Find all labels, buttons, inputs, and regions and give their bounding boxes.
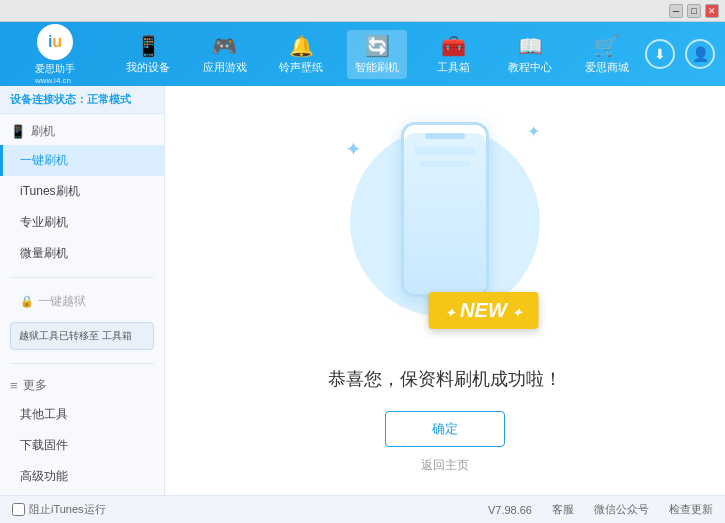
nav-store[interactable]: 🛒 爱思商城 [577,30,637,79]
footer-left: 阻止iTunes运行 [12,502,106,517]
nav-ringtones[interactable]: 🔔 铃声壁纸 [271,30,331,79]
sidebar-item-itunes-flash[interactable]: iTunes刷机 [0,176,164,207]
phone-notch [425,133,465,139]
user-button[interactable]: 👤 [685,39,715,69]
new-badge-star-right: ✦ [512,306,522,320]
ringtones-icon: 🔔 [289,34,314,58]
my-device-icon: 📱 [136,34,161,58]
smart-flash-icon: 🔄 [365,34,390,58]
sidebar-item-one-key-flash[interactable]: 一键刷机 [0,145,164,176]
download-button[interactable]: ⬇ [645,39,675,69]
nav-store-label: 爱思商城 [585,60,629,75]
more-section-label: 更多 [23,377,47,394]
sparkle-right: ✦ [527,122,540,141]
header: iu 爱思助手 www.i4.cn 📱 我的设备 🎮 应用游戏 🔔 铃声壁纸 🔄… [0,22,725,86]
sidebar: 设备连接状态：正常模式 📱 刷机 一键刷机 iTunes刷机 专业刷机 微量刷机 [0,86,165,495]
customer-service-link[interactable]: 客服 [552,502,574,517]
jailbreak-info-box: 越狱工具已转移至 工具箱 [10,322,154,350]
header-right: ⬇ 👤 [645,39,715,69]
logo-icon: iu [37,24,73,60]
title-bar-controls: ─ □ ✕ [669,4,719,18]
nav-ringtones-label: 铃声壁纸 [279,60,323,75]
nav-apps-games[interactable]: 🎮 应用游戏 [195,30,255,79]
jailbreak-section-header: 🔒 一键越狱 [0,286,164,317]
footer-right: V7.98.66 客服 微信公众号 检查更新 [488,502,713,517]
phone-line2 [420,161,470,167]
flash-section-label: 刷机 [31,123,55,140]
sidebar-item-other-tools[interactable]: 其他工具 [0,399,164,430]
main-area: 设备连接状态：正常模式 📱 刷机 一键刷机 iTunes刷机 专业刷机 微量刷机 [0,86,725,495]
jailbreak-label: 一键越狱 [38,293,86,310]
nav-my-device[interactable]: 📱 我的设备 [118,30,178,79]
more-section: ≡ 更多 其他工具 下载固件 高级功能 [0,368,164,495]
footer: 阻止iTunes运行 V7.98.66 客服 微信公众号 检查更新 [0,495,725,523]
nav-smart-flash[interactable]: 🔄 智能刷机 [347,30,407,79]
more-section-header: ≡ 更多 [0,372,164,399]
store-icon: 🛒 [594,34,619,58]
stop-itunes-checkbox[interactable] [12,503,25,516]
sidebar-divider-2 [10,363,154,364]
lock-icon: 🔒 [20,295,34,308]
new-badge-star-left: ✦ [445,306,455,320]
sidebar-item-micro-flash[interactable]: 微量刷机 [0,238,164,269]
minimize-button[interactable]: ─ [669,4,683,18]
nav-items: 📱 我的设备 🎮 应用游戏 🔔 铃声壁纸 🔄 智能刷机 🧰 工具箱 📖 教程中心… [110,30,645,79]
phone-screen [404,133,486,297]
nav-apps-games-label: 应用游戏 [203,60,247,75]
check-update-link[interactable]: 检查更新 [669,502,713,517]
flash-section-header: 📱 刷机 [0,118,164,145]
nav-tutorials-label: 教程中心 [508,60,552,75]
nav-toolbox[interactable]: 🧰 工具箱 [424,30,484,79]
sidebar-item-advanced[interactable]: 高级功能 [0,461,164,492]
nav-my-device-label: 我的设备 [126,60,170,75]
illustration-container: ✦ ✦ ✦ NEW ✦ [335,107,555,357]
jailbreak-section: 🔒 一键越狱 越狱工具已转移至 工具箱 [0,282,164,359]
jailbreak-info-text: 越狱工具已转移至 工具箱 [19,330,132,341]
success-text: 恭喜您，保资料刷机成功啦！ [328,367,562,391]
device-status-value: 正常模式 [87,93,131,105]
version-text: V7.98.66 [488,504,532,516]
new-badge: ✦ NEW ✦ [429,292,539,329]
wechat-link[interactable]: 微信公众号 [594,502,649,517]
tutorials-icon: 📖 [518,34,543,58]
nav-tutorials[interactable]: 📖 教程中心 [500,30,560,79]
toolbox-icon: 🧰 [441,34,466,58]
back-link[interactable]: 返回主页 [421,457,469,474]
flash-section: 📱 刷机 一键刷机 iTunes刷机 专业刷机 微量刷机 [0,114,164,273]
sidebar-item-download-firmware[interactable]: 下载固件 [0,430,164,461]
phone-line1 [415,147,475,155]
sparkle-left: ✦ [345,137,362,161]
sidebar-item-pro-flash[interactable]: 专业刷机 [0,207,164,238]
device-status: 设备连接状态：正常模式 [0,86,164,114]
more-section-icon: ≡ [10,378,18,393]
sidebar-divider-1 [10,277,154,278]
phone-body [401,122,489,297]
apps-games-icon: 🎮 [212,34,237,58]
flash-section-icon: 📱 [10,124,26,139]
content-area: ✦ ✦ ✦ NEW ✦ 恭喜您，保资料刷机成功啦！ 确定 返回主页 [165,86,725,495]
title-bar: ─ □ ✕ [0,0,725,22]
logo-text: 爱思助手 www.i4.cn [35,62,75,85]
stop-itunes-label: 阻止iTunes运行 [29,502,106,517]
new-badge-text: NEW [460,299,507,321]
nav-smart-flash-label: 智能刷机 [355,60,399,75]
nav-toolbox-label: 工具箱 [437,60,470,75]
logo[interactable]: iu 爱思助手 www.i4.cn [10,24,100,85]
maximize-button[interactable]: □ [687,4,701,18]
close-button[interactable]: ✕ [705,4,719,18]
confirm-button[interactable]: 确定 [385,411,505,447]
